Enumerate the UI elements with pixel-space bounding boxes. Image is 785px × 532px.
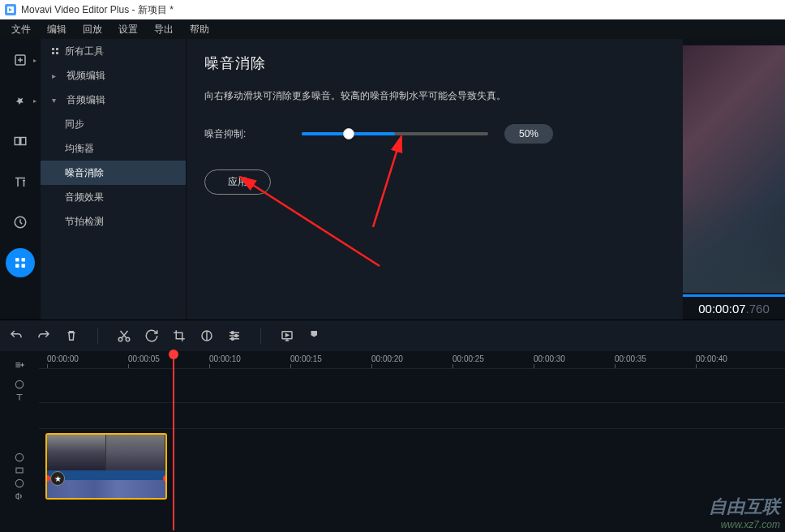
svg-rect-9 (22, 258, 26, 262)
tool-label: 视频编辑 (66, 69, 105, 83)
tick: 00:00:35 (615, 354, 646, 363)
slider-row: 噪音抑制: 50% (204, 124, 665, 144)
video-track-lane[interactable]: ★ (39, 429, 785, 500)
chevron-right-icon: ▸ (33, 97, 36, 105)
slider-value-badge: 50% (504, 124, 553, 144)
rail-text-button[interactable] (6, 167, 35, 196)
left-rail: ▸ ▸ (0, 39, 41, 320)
timeline-toolbar (0, 320, 785, 351)
svg-point-32 (15, 380, 23, 388)
tool-label: 音频效果 (65, 191, 104, 204)
clip-thumb (106, 435, 165, 470)
menu-settings[interactable]: 设置 (110, 20, 146, 39)
workspace: ▸ ▸ 所有工具 ▸ 视频编辑 ▾ 音频编辑 (0, 39, 785, 320)
svg-marker-26 (286, 334, 289, 337)
preview-time-main: 00:00:07 (698, 302, 745, 315)
tool-equalizer[interactable]: 均衡器 (41, 136, 186, 161)
menu-export[interactable]: 导出 (146, 20, 182, 39)
title-bar: Movavi Video Editor Plus - 新项目 * (0, 0, 785, 19)
tool-audio-effects[interactable]: 音频效果 (41, 185, 186, 209)
tick: 00:00:20 (371, 354, 403, 363)
svg-line-15 (373, 136, 401, 227)
settings-title: 噪音消除 (204, 54, 665, 73)
clip-thumb (47, 435, 106, 470)
undo-button[interactable] (8, 328, 24, 344)
color-adjust-button[interactable] (199, 328, 215, 344)
crop-button[interactable] (171, 328, 187, 344)
rail-pin-button[interactable]: ▸ (6, 86, 35, 115)
tool-label: 同步 (65, 118, 84, 131)
menu-edit[interactable]: 编辑 (39, 20, 75, 39)
preview-time-ms: .760 (746, 302, 770, 315)
timeline-body[interactable]: 00:00:00 00:00:05 00:00:10 00:00:15 00:0… (39, 351, 785, 532)
menu-help[interactable]: 帮助 (182, 20, 217, 39)
tool-panel: 所有工具 ▸ 视频编辑 ▾ 音频编辑 同步 均衡器 噪音消除 音频效果 节拍检测 (41, 39, 187, 320)
tick: 00:00:05 (128, 354, 160, 363)
svg-rect-11 (22, 264, 26, 268)
tool-beat-detect[interactable]: 节拍检测 (41, 209, 186, 234)
svg-rect-34 (16, 468, 23, 473)
slider-thumb[interactable] (343, 128, 354, 139)
preview-pane: 00:00:07.760 (683, 39, 785, 320)
tool-all-tools[interactable]: 所有工具 (41, 39, 186, 63)
rail-more-tools-button[interactable] (6, 248, 35, 277)
delete-button[interactable] (63, 328, 79, 344)
clip-handle-right[interactable] (163, 475, 167, 482)
tick: 00:00:30 (534, 354, 565, 363)
track-lane-spacer (39, 403, 785, 429)
menu-playback[interactable]: 回放 (75, 20, 110, 39)
svg-point-33 (15, 453, 23, 461)
apply-button[interactable]: 应用 (204, 169, 271, 195)
tick: 00:00:25 (453, 354, 484, 363)
rotate-button[interactable] (144, 328, 160, 344)
marker-button[interactable] (307, 328, 323, 344)
settings-description: 向右移动滑块可消除更多噪音。较高的噪音抑制水平可能会导致失真。 (204, 89, 665, 103)
app-icon (5, 4, 16, 15)
separator (97, 328, 98, 344)
clip-waveform (47, 480, 165, 500)
tool-audio-edit[interactable]: ▾ 音频编辑 (41, 88, 186, 112)
add-track-button[interactable] (0, 356, 39, 374)
tool-label: 噪音消除 (65, 166, 104, 180)
record-screen-button[interactable] (279, 328, 295, 344)
chevron-right-icon: ▸ (33, 57, 36, 64)
tick: 00:00:15 (290, 354, 322, 363)
menu-file[interactable]: 文件 (3, 20, 39, 39)
text-track-head[interactable] (0, 374, 39, 408)
tool-sync[interactable]: 同步 (41, 112, 186, 136)
timeline-track-heads (0, 351, 39, 532)
timeline-tracks: ★ (39, 369, 785, 500)
slider-fill (302, 132, 395, 135)
tool-video-edit[interactable]: ▸ 视频编辑 (41, 63, 186, 88)
video-track-head[interactable] (0, 440, 39, 513)
rail-add-button[interactable]: ▸ (6, 45, 35, 75)
settings-sliders-button[interactable] (226, 328, 242, 344)
svg-point-22 (231, 332, 234, 334)
clip-thumbnails (47, 435, 165, 470)
window-title: Movavi Video Editor Plus - 新项目 * (21, 3, 174, 17)
rail-transitions-button[interactable] (6, 127, 35, 156)
tool-label: 均衡器 (65, 142, 94, 156)
preview-viewport[interactable] (683, 45, 785, 293)
svg-rect-5 (15, 138, 19, 145)
timeline: 00:00:00 00:00:05 00:00:10 00:00:15 00:0… (0, 351, 785, 532)
chevron-right-icon: ▸ (52, 71, 60, 80)
slider-label: 噪音抑制: (204, 127, 285, 141)
noise-suppression-slider[interactable] (302, 132, 488, 135)
tool-label: 节拍检测 (65, 215, 104, 229)
chevron-down-icon: ▾ (52, 96, 60, 105)
svg-point-24 (231, 337, 234, 340)
timeline-ruler[interactable]: 00:00:00 00:00:05 00:00:10 00:00:15 00:0… (39, 351, 785, 369)
tool-noise-removal[interactable]: 噪音消除 (41, 161, 186, 185)
grid-icon (52, 48, 58, 54)
redo-button[interactable] (36, 328, 52, 344)
playhead[interactable] (173, 351, 174, 530)
track-lane-text[interactable] (39, 369, 785, 403)
svg-rect-6 (21, 138, 26, 145)
video-clip[interactable]: ★ (45, 433, 167, 500)
svg-point-35 (15, 479, 23, 487)
rail-clock-button[interactable] (6, 208, 35, 237)
clip-effects-icon[interactable]: ★ (50, 471, 65, 486)
cut-button[interactable] (116, 328, 132, 344)
preview-timestamp: 00:00:07.760 (683, 297, 785, 320)
